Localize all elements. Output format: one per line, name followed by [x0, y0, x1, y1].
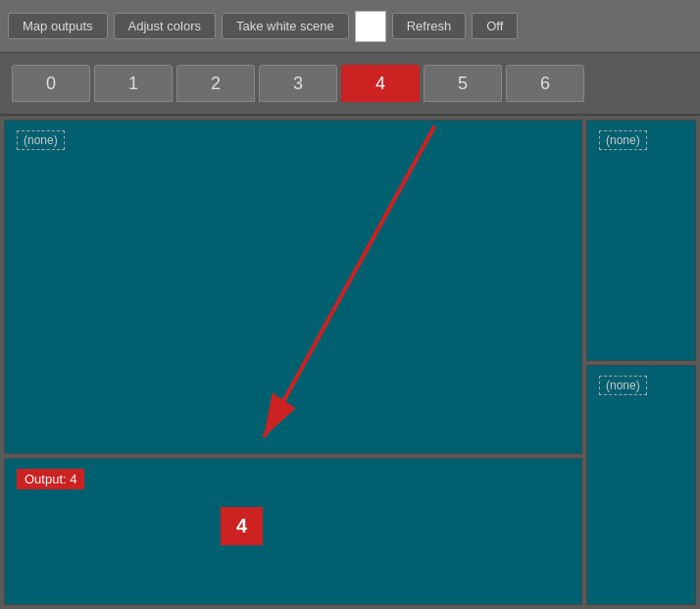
main-content: (none) Output: 4 4 (none) (none): [0, 116, 700, 609]
arrow-overlay: [5, 121, 581, 453]
tab-1[interactable]: 1: [94, 65, 173, 102]
panel-bottom-right: (none): [586, 365, 696, 606]
svg-line-1: [264, 126, 434, 436]
secondary-bar: [0, 102, 700, 116]
off-button[interactable]: Off: [472, 13, 518, 39]
tab-3[interactable]: 3: [259, 65, 337, 102]
right-bottom-none-label: (none): [599, 376, 647, 395]
tab-5[interactable]: 5: [424, 65, 502, 102]
panel-top-right: (none): [586, 120, 696, 361]
map-outputs-button[interactable]: Map outputs: [8, 13, 108, 39]
tab-2[interactable]: 2: [176, 65, 255, 102]
panel-top-left: (none): [4, 120, 582, 454]
take-white-scene-button[interactable]: Take white scene: [222, 13, 349, 39]
panel-bottom-left: Output: 4 4: [4, 458, 582, 605]
tab-6[interactable]: 6: [506, 65, 584, 102]
tab-0[interactable]: 0: [12, 65, 90, 102]
adjust-colors-button[interactable]: Adjust colors: [114, 13, 216, 39]
right-panel: (none) (none): [586, 120, 696, 605]
refresh-button[interactable]: Refresh: [392, 13, 467, 39]
tab-4[interactable]: 4: [341, 65, 420, 102]
toolbar: Map outputs Adjust colors Take white sce…: [0, 0, 700, 53]
right-top-none-label: (none): [599, 130, 647, 150]
white-swatch: [355, 11, 386, 42]
left-panel: (none) Output: 4 4: [4, 120, 582, 605]
tab-row: 0 1 2 3 4 5 6: [0, 53, 700, 102]
top-left-none-label: (none): [17, 130, 65, 150]
output-label: Output: 4: [17, 469, 84, 489]
number-badge: 4: [221, 507, 263, 545]
